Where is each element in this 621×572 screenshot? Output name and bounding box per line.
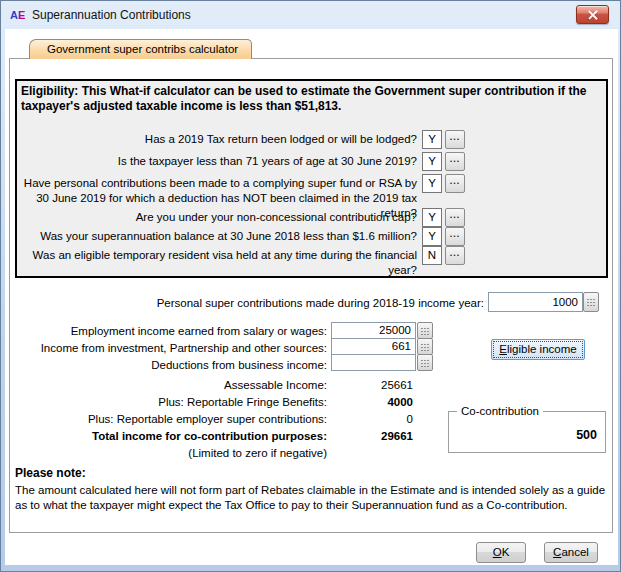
ellipsis-button[interactable]: ... [445, 227, 465, 246]
ellipsis-button[interactable]: ... [445, 130, 465, 149]
question-label: Is the taxpayer less than 71 years of ag… [17, 152, 422, 169]
personal-super-label: Personal super contributions made during… [15, 296, 484, 311]
eligible-income-button[interactable]: Eligible income [491, 339, 585, 360]
please-note-body: The amount calculated here will not form… [15, 483, 611, 513]
employer-super-label: Plus: Reportable employer super contribu… [15, 412, 327, 427]
titlebar[interactable]: AE Superannuation Contributions [1, 1, 620, 29]
grid-button[interactable] [417, 322, 433, 339]
employer-super-value: 0 [335, 412, 413, 427]
employment-income-input[interactable]: 25000 [331, 322, 416, 339]
business-deductions-input[interactable] [331, 354, 416, 371]
fringe-benefits-label: Plus: Reportable Fringe Benefits: [15, 395, 327, 410]
question-label: Was an eligible temporary resident visa … [17, 246, 422, 278]
assessable-income-label: Assessable Income: [15, 378, 327, 393]
question-row: Are you under your non-concessional cont… [17, 208, 465, 227]
tab-government-super-contribs-calculator[interactable]: Government super contribs calculator [29, 39, 252, 59]
personal-super-input[interactable]: 1000 [488, 292, 583, 312]
question-answer-field[interactable]: Y [422, 227, 442, 246]
ellipsis-button[interactable]: ... [445, 246, 465, 265]
question-label: Has a 2019 Tax return been lodged or wil… [17, 130, 422, 147]
grid-button[interactable] [417, 338, 433, 355]
total-income-value: 29661 [335, 429, 413, 444]
grid-icon [421, 343, 430, 351]
investment-income-input[interactable]: 661 [331, 338, 416, 355]
question-label: Was your superannuation balance at 30 Ju… [17, 227, 422, 244]
eligibility-panel: Eligibility: This What-if calculator can… [15, 79, 608, 278]
grid-icon [421, 327, 430, 335]
question-row: Was your superannuation balance at 30 Ju… [17, 227, 465, 246]
question-row: Has a 2019 Tax return been lodged or wil… [17, 130, 465, 149]
question-row: Was an eligible temporary resident visa … [17, 246, 465, 278]
ellipsis-button[interactable]: ... [445, 152, 465, 171]
ellipsis-button[interactable]: ... [445, 174, 465, 193]
co-contribution-value: 500 [576, 428, 597, 442]
business-deductions-label: Deductions from business income: [15, 358, 327, 373]
assessable-income-value: 25661 [335, 378, 413, 393]
grid-icon [421, 359, 430, 367]
co-contribution-legend: Co-contribution [457, 404, 543, 419]
app-icon-letter-a: A [10, 9, 18, 21]
co-contribution-group: Co-contribution 500 [448, 411, 606, 453]
close-button[interactable] [576, 5, 609, 24]
question-answer-field[interactable]: Y [422, 152, 442, 171]
limited-note: (Limited to zero if negative) [15, 446, 327, 461]
app-icon-letter-e: E [18, 9, 25, 21]
eligible-income-button-label: Eligible income [493, 341, 583, 358]
investment-income-label: Income from investment, Partnership and … [15, 341, 327, 356]
ellipsis-button[interactable]: ... [445, 208, 465, 227]
app-icon: AE [10, 7, 28, 23]
employment-income-label: Employment income earned from salary or … [15, 324, 327, 339]
question-label: Are you under your non-concessional cont… [17, 208, 422, 225]
grid-icon [587, 298, 596, 306]
question-row: Is the taxpayer less than 71 years of ag… [17, 152, 465, 171]
eligibility-heading: Eligibility: This What-if calculator can… [21, 84, 600, 114]
please-note-heading: Please note: [15, 466, 86, 480]
close-icon [588, 10, 598, 20]
question-answer-field[interactable]: Y [422, 208, 442, 227]
question-answer-field[interactable]: Y [422, 130, 442, 149]
cancel-button[interactable]: Cancel [544, 542, 598, 563]
question-answer-field[interactable]: Y [422, 174, 442, 193]
fringe-benefits-value: 4000 [335, 395, 413, 410]
ok-button-label: OK [477, 543, 525, 562]
window-title: Superannuation Contributions [32, 1, 191, 29]
question-answer-field[interactable]: N [422, 246, 442, 265]
dialog-window: AE Superannuation Contributions Governme… [0, 0, 621, 572]
grid-button[interactable] [417, 354, 433, 371]
ok-button[interactable]: OK [476, 542, 526, 563]
dialog-content: Government super contribs calculator Eli… [5, 29, 618, 565]
cancel-button-label: Cancel [545, 543, 597, 562]
total-income-label: Total income for co-contribution purpose… [15, 429, 327, 444]
grid-button[interactable] [583, 292, 599, 312]
